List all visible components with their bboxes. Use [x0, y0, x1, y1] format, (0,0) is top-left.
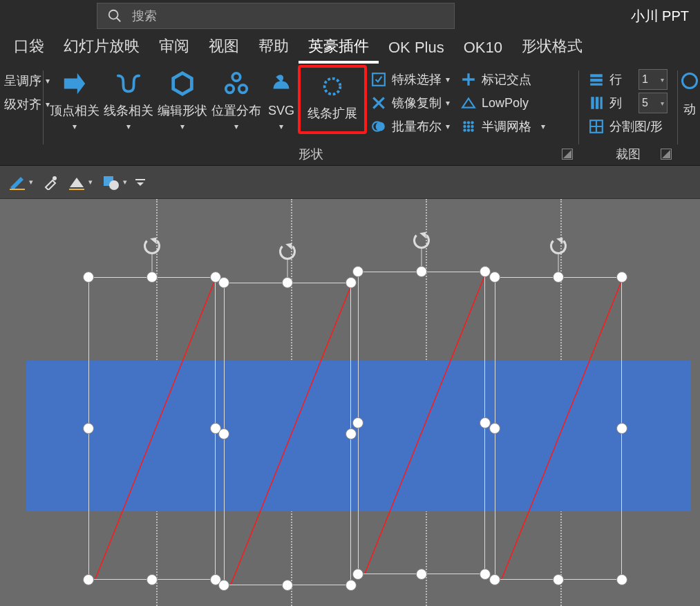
selection-handle[interactable] [489, 272, 500, 283]
more-icon [137, 178, 144, 187]
selection-handle[interactable] [282, 277, 293, 288]
triangle-icon [68, 175, 86, 190]
selection-handle[interactable] [83, 272, 94, 283]
selection-box[interactable] [358, 272, 485, 574]
rotate-handle[interactable] [279, 243, 296, 260]
special-select-button[interactable]: 特殊选择▾ [367, 68, 454, 91]
selection-handle[interactable] [416, 266, 427, 277]
position-distribute-button[interactable]: 位置分布 ▾ [209, 66, 263, 131]
tab-help[interactable]: 帮助 [249, 30, 299, 64]
svg-rect-22 [591, 97, 594, 109]
svg-point-14 [467, 125, 470, 128]
selection-handle[interactable] [352, 569, 363, 580]
chevron-down-icon: ▾ [234, 122, 238, 131]
ribbon-small-col-b: 标记交点 LowPoly 半调网格▾ [455, 66, 551, 138]
vertex-related-button[interactable]: 顶点相关 ▾ [48, 66, 102, 131]
selection-handle[interactable] [352, 417, 363, 428]
svg-point-16 [463, 129, 466, 131]
rotate-handle[interactable] [144, 238, 160, 254]
svg-point-11 [467, 121, 470, 124]
selection-handle[interactable] [553, 574, 564, 585]
split-icon [589, 119, 604, 134]
lowpoly-icon [461, 95, 476, 111]
tab-review[interactable]: 审阅 [149, 30, 199, 64]
group-launcher-icon[interactable] [562, 149, 573, 160]
selection-handle[interactable] [218, 277, 229, 288]
boolean-icon [371, 119, 386, 134]
selection-handle[interactable] [616, 272, 627, 283]
line-extend-button[interactable]: 线条扩展 [299, 66, 366, 133]
cols-field[interactable]: 列 5▾ [585, 91, 672, 115]
selection-handle[interactable] [146, 574, 158, 585]
tab-view[interactable]: 视图 [199, 30, 249, 64]
selection-handle[interactable] [616, 423, 627, 434]
halftone-grid-button[interactable]: 半调网格▾ [457, 115, 549, 138]
toolbar-more-button[interactable] [137, 178, 144, 187]
mark-intersect-button[interactable]: 标记交点 [457, 68, 549, 91]
tab-ok10[interactable]: OK10 [454, 33, 512, 64]
split-button[interactable]: 分割图/形 [585, 115, 672, 138]
svg-point-4 [226, 85, 234, 93]
lowpoly-button[interactable]: LowPoly [457, 91, 549, 115]
shape-fill-button[interactable]: ▾ [68, 175, 93, 190]
search-icon [107, 8, 122, 23]
selection-handle[interactable] [489, 574, 500, 585]
rows-field[interactable]: 行 1▾ [585, 68, 672, 91]
selection-handle[interactable] [346, 580, 357, 591]
selection-handle[interactable] [616, 574, 627, 585]
svg-rect-29 [69, 189, 84, 190]
cols-value[interactable]: 5▾ [638, 93, 668, 113]
select-icon [371, 72, 386, 87]
tab-shape-format[interactable]: 形状格式 [512, 30, 592, 64]
svg-rect-19 [590, 74, 603, 77]
rows-value[interactable]: 1▾ [638, 69, 668, 90]
ribbon-tabs: 口袋 幻灯片放映 审阅 视图 帮助 英豪插件 OK Plus OK10 形状格式 [0, 32, 700, 64]
selection-handle[interactable] [146, 272, 158, 283]
tab-pocket[interactable]: 口袋 [4, 30, 54, 64]
selection-box[interactable] [224, 283, 351, 585]
ribbon-small-col-a: 特殊选择▾ 镜像复制▾ 批量布尔▾ [366, 66, 455, 138]
rotate-handle[interactable] [413, 232, 430, 249]
order-button[interactable]: 呈调序▾ [0, 69, 41, 93]
eyedropper-button[interactable] [43, 175, 58, 190]
tab-slideshow[interactable]: 幻灯片放映 [54, 30, 149, 64]
slide-canvas[interactable] [0, 199, 700, 606]
selection-handle[interactable] [352, 266, 363, 277]
svg-rect-27 [10, 189, 25, 190]
ribbon: 呈调序▾ 级对齐▾ 顶点相关 ▾ 线条相关 ▾ 编辑形状 ▾ 位置分布 [0, 64, 700, 166]
edit-shape-button[interactable]: 编辑形状 ▾ [155, 66, 209, 131]
batch-boolean-button[interactable]: 批量布尔▾ [367, 115, 454, 138]
rotate-handle[interactable] [550, 238, 567, 254]
svg-rect-24 [600, 97, 603, 109]
mirror-copy-button[interactable]: 镜像复制▾ [367, 91, 454, 115]
selection-handle[interactable] [282, 580, 293, 591]
line-related-button[interactable]: 线条相关 ▾ [102, 66, 155, 131]
selection-handle[interactable] [346, 277, 357, 288]
svg-point-13 [463, 125, 466, 128]
svg-button[interactable]: SVG ▾ [263, 66, 299, 131]
selection-handle[interactable] [553, 272, 564, 283]
selection-handle[interactable] [83, 423, 94, 434]
shape-merge-button[interactable]: ▾ [102, 175, 127, 190]
selection-handle[interactable] [218, 428, 229, 439]
align-button[interactable]: 级对齐▾ [0, 93, 41, 116]
selection-handle[interactable] [218, 580, 229, 591]
tab-okplus[interactable]: OK Plus [379, 33, 454, 64]
selection-handle[interactable] [346, 428, 357, 439]
selection-handle[interactable] [416, 569, 427, 580]
tab-yinghao-plugin[interactable]: 英豪插件 [299, 30, 379, 64]
svg-point-3 [232, 73, 240, 81]
selection-handle[interactable] [489, 423, 500, 434]
selection-box[interactable] [88, 277, 216, 580]
svg-point-17 [467, 129, 470, 131]
svg-point-26 [683, 74, 697, 88]
mirror-icon [371, 95, 386, 111]
selection-handle[interactable] [83, 574, 94, 585]
selection-box[interactable] [495, 277, 622, 580]
animation-label: 动 [683, 101, 696, 117]
search-input[interactable]: 搜索 [97, 3, 455, 29]
group-launcher-icon[interactable] [661, 149, 672, 160]
animation-icon[interactable] [679, 70, 700, 91]
shape-outline-button[interactable]: ▾ [8, 175, 33, 190]
search-placeholder: 搜索 [132, 8, 157, 24]
